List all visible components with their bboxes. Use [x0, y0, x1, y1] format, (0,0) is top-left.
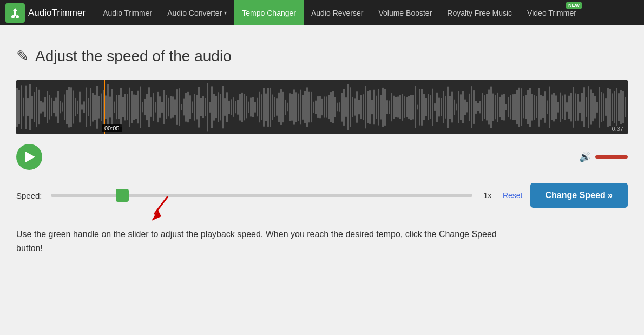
navbar: AudioTrimmer Audio Trimmer Audio Convert…: [0, 0, 644, 25]
speed-value: 1x: [480, 191, 495, 200]
speed-slider[interactable]: [51, 188, 472, 203]
time-label-end: 0:37: [612, 126, 623, 132]
speed-track: [51, 194, 472, 197]
main-content: ✎ Adjust the speed of the audio 00:05 0:…: [0, 25, 644, 271]
speed-handle[interactable]: [116, 189, 129, 202]
sidebar-item-audio-converter[interactable]: Audio Converter ▾: [160, 0, 234, 25]
play-button[interactable]: [16, 144, 42, 170]
sidebar-item-volume-booster[interactable]: Volume Booster: [371, 0, 439, 25]
svg-point-0: [11, 15, 15, 18]
svg-marker-3: [152, 210, 161, 221]
logo-icon: [5, 3, 25, 23]
logo-text: AudioTrimmer: [28, 8, 86, 18]
time-label-start: 00:05: [102, 124, 122, 132]
volume-row: 🔊: [579, 151, 628, 163]
logo[interactable]: AudioTrimmer: [5, 3, 86, 23]
volume-bar[interactable]: [595, 155, 628, 159]
edit-icon: ✎: [16, 47, 29, 65]
sidebar-item-video-trimmer[interactable]: NEW Video Trimmer: [520, 0, 584, 25]
reset-button[interactable]: Reset: [503, 191, 523, 200]
sidebar-item-royalty-free-music[interactable]: Royalty Free Music: [439, 0, 520, 25]
new-badge: NEW: [566, 2, 582, 9]
controls-row: 🔊: [16, 144, 628, 170]
waveform[interactable]: 00:05 0:37: [16, 80, 628, 134]
sidebar-item-audio-reverser[interactable]: Audio Reverser: [304, 0, 371, 25]
change-speed-button[interactable]: Change Speed »: [530, 183, 628, 208]
page-title: Adjust the speed of the audio: [35, 48, 232, 65]
instruction-text: Use the green handle on the slider to ad…: [16, 227, 503, 255]
sidebar-item-tempo-changer[interactable]: Tempo Changer: [234, 0, 304, 25]
svg-point-1: [16, 15, 19, 18]
speed-label: Speed:: [16, 191, 43, 200]
chevron-down-icon: ▾: [224, 10, 227, 16]
sidebar-item-audio-trimmer[interactable]: Audio Trimmer: [95, 0, 160, 25]
volume-icon: 🔊: [579, 151, 591, 163]
page-title-row: ✎ Adjust the speed of the audio: [16, 47, 628, 65]
speed-row: Speed: 1x Reset Change Speed »: [16, 183, 628, 208]
